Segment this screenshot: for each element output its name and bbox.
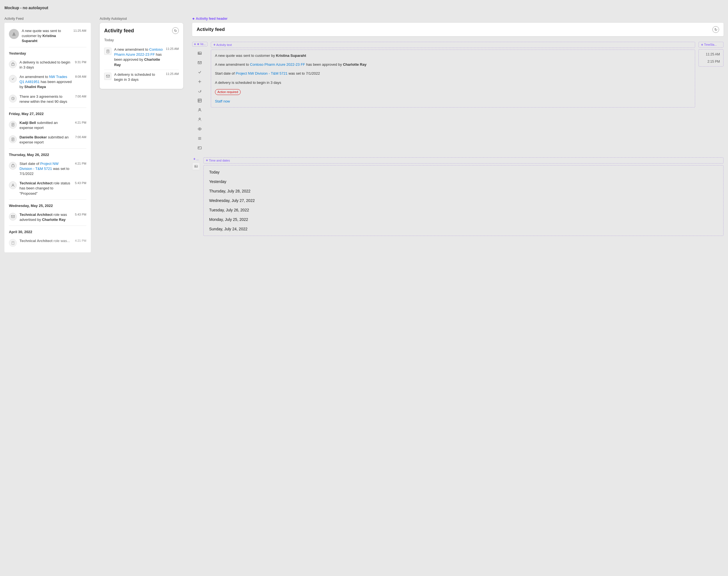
activity-feed-header-label: Activity feed header: [192, 17, 724, 21]
image2-icon[interactable]: [196, 144, 204, 152]
page-title: Mockup - no autolayout: [4, 4, 724, 11]
feed-item-time: 7:00 AM: [75, 95, 86, 98]
time-date-wed: Wednesday, July 27, 2022: [209, 197, 718, 204]
header-box-title: Activity feed: [197, 27, 225, 32]
separator: [9, 199, 86, 200]
eye-icon[interactable]: [196, 125, 204, 133]
separator: [9, 226, 86, 226]
auto-item-text: A new amendment to Contoso Pharm Azure 2…: [114, 47, 163, 67]
svg-point-30: [199, 109, 201, 110]
feed-item-text: Technical Architect role was...: [20, 238, 72, 243]
ve-label-box: ❖ Ve...: [192, 42, 207, 47]
feed-item-time: 4:21 PM: [75, 121, 86, 124]
box-icon: [9, 60, 17, 68]
feed-item-april-1: Technical Architect role was... 4:21 PM: [9, 236, 86, 249]
list-icon[interactable]: [196, 135, 204, 142]
activity-text-item-1: A new quote was sent to customer by Kris…: [215, 53, 691, 58]
feed-item-text: Technical Architect role status has been…: [20, 181, 72, 196]
feed-item-time: 9:31 PM: [75, 60, 86, 64]
design-header-section: Activity feed header Activity feed ↻: [192, 17, 724, 36]
feed-item-text: Technical Architect role was advertised …: [20, 212, 72, 222]
feed-item-text: Start date of Project NW Division - T&M …: [20, 161, 72, 177]
feed-item-thursday-2: Technical Architect role status has been…: [9, 178, 86, 198]
person-icon[interactable]: [196, 106, 204, 114]
auto-item-text: A delivery is scheduled to begin in 3 da…: [114, 72, 163, 82]
time-date-mon: Monday, July 25, 2022: [209, 216, 718, 223]
feed-link[interactable]: Contoso Pharm Azure 2022-23 FF: [250, 62, 305, 66]
person-icon: [9, 181, 17, 189]
auto-card: Activity feed ↻ Today A new amendment to…: [100, 23, 183, 89]
table-icon[interactable]: [196, 97, 204, 105]
time-date-thu: Thursday, July 28, 2022: [209, 188, 718, 194]
image-icon-small: [192, 163, 200, 170]
feed-item-yesterday-3: There are 3 agreements to renew within t…: [9, 92, 86, 107]
time-dates-dashed-box: Today Yesterday Thursday, July 28, 2022 …: [203, 165, 724, 236]
right-column: Activity feed header Activity feed ↻ ❖ V…: [192, 17, 724, 236]
auto-feed-item-2: A delivery is scheduled to begin in 3 da…: [104, 70, 179, 84]
check-icon[interactable]: [196, 68, 204, 76]
time-date-yesterday: Yesterday: [209, 178, 718, 185]
envelope-icon: [9, 213, 17, 221]
svg-point-37: [199, 147, 199, 148]
time-date-today: Today: [209, 169, 718, 175]
feed-bold: Danielle Booker: [20, 135, 47, 139]
feed-link[interactable]: Contoso Pharm Azure 2022-23 FF: [114, 47, 163, 57]
activity-text-item-4: A delivery is scheduled to begin in 3 da…: [215, 80, 691, 85]
feed-bold: Kristina Suparaht: [276, 54, 306, 58]
feed-link[interactable]: NW Trades Q1 A481951: [20, 75, 67, 84]
feed-item-text: A new quote was sent to customer by Kris…: [22, 28, 71, 44]
activity-feed-header-box: Activity feed ↻: [192, 23, 724, 36]
svg-rect-12: [11, 165, 14, 167]
person-outline-icon[interactable]: [196, 116, 204, 123]
activity-text-label-box: Activity text: [211, 42, 695, 48]
activity-text-item-3: Start date of Project NW Division - T&M …: [215, 71, 691, 76]
main-layout: Activity Feed A new quote was sent to cu…: [4, 17, 724, 252]
feed-bold: Charlotte Ray: [343, 62, 367, 66]
envelope-icon[interactable]: [196, 59, 204, 66]
plus-icon[interactable]: [196, 78, 204, 86]
auto-card-header: Activity feed ↻: [104, 27, 179, 34]
feed-item-time: 5:43 PM: [75, 213, 86, 216]
feed-item-time: 4:21 PM: [75, 239, 86, 242]
document-icon: [104, 48, 111, 55]
feed-item-text: Kadji Bell submitted an expense report: [20, 120, 72, 131]
feed-item-wednesday-1: Technical Architect role was advertised …: [9, 210, 86, 225]
svg-rect-36: [198, 147, 201, 149]
auto-card-title: Activity feed: [104, 28, 134, 34]
refresh-icon[interactable]: ↻: [712, 26, 719, 33]
svg-point-31: [199, 118, 201, 119]
image-icon[interactable]: [196, 49, 204, 57]
timestamp-label-box: TimeSta...: [698, 42, 724, 48]
middle-feed-column: Activity Autolayout Activity feed ↻ Toda…: [100, 17, 183, 89]
feed-item-today-1: A new quote was sent to customer by Kris…: [9, 26, 86, 46]
feed-group-yesterday: Yesterday: [9, 51, 86, 55]
feed-group-wednesday: Wednesday, May 25, 2022: [9, 204, 86, 208]
clock-icon: [9, 95, 17, 103]
feed-item-text: Danielle Booker submitted an expense rep…: [20, 135, 72, 145]
feed-link[interactable]: Project NW Division - T&M 5721: [20, 162, 58, 171]
feed-bold: Technical Architect: [20, 239, 52, 243]
timestamp-dashed-box: 11:25 AM 2:15 PM: [698, 49, 724, 66]
feed-item-time: 11:25 AM: [74, 29, 86, 32]
refresh-button[interactable]: ↻: [172, 27, 179, 34]
feed-item-yesterday-1: A delivery is scheduled to begin in 3 da…: [9, 58, 86, 72]
time-date-sun: Sunday, July 24, 2022: [209, 226, 718, 232]
timestamp-section: TimeSta... 11:25 AM 2:15 PM: [698, 42, 724, 66]
time-dates-section: ... Time and dates Today Yesterday Thurs…: [192, 157, 724, 236]
auto-today-label: Today: [104, 38, 179, 42]
svg-rect-26: [198, 99, 201, 102]
staff-now-link[interactable]: Staff now: [215, 99, 230, 103]
feed-link[interactable]: Project NW Division - T&M 5721: [236, 71, 287, 76]
feed-item-text: A delivery is scheduled to begin in 3 da…: [20, 60, 72, 70]
feed-group-thursday: Thursday, May 26, 2022: [9, 153, 86, 157]
feed-item-time: 4:21 PM: [75, 162, 86, 165]
refresh-icon[interactable]: [196, 87, 204, 95]
design-middle-row: ❖ Ve...: [192, 42, 724, 152]
timestamp-item-1: 11:25 AM: [702, 52, 720, 56]
svg-point-32: [199, 128, 201, 129]
envelope-icon: [104, 73, 111, 80]
feed-item-time: 5:43 PM: [75, 181, 86, 185]
separator: [9, 108, 86, 108]
feed-group-april: April 30, 2022: [9, 230, 86, 234]
svg-rect-15: [12, 241, 14, 244]
